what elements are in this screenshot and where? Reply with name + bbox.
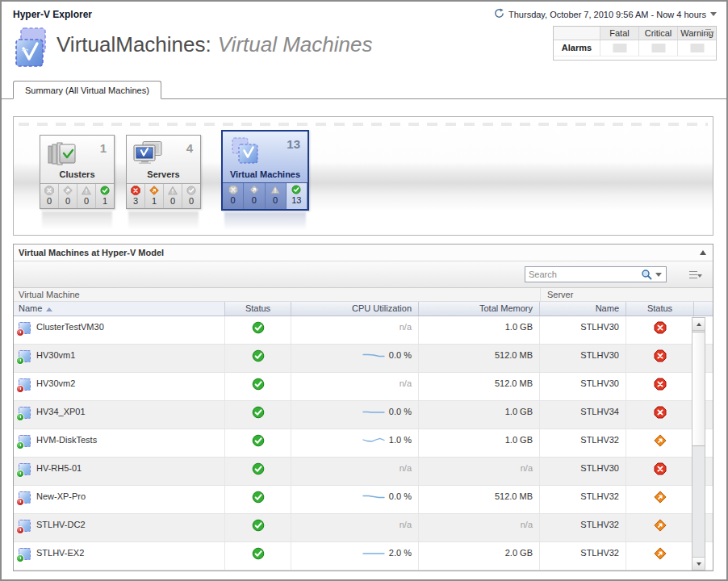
server-status-cell	[626, 373, 694, 400]
table-row[interactable]: STLHV-DC2n/an/aSTLHV32	[14, 514, 713, 542]
table-row[interactable]: HV30vm10.0 %512.0 MBSTLHV30	[14, 345, 713, 373]
server-status-cell	[626, 542, 694, 570]
vm-name-cell: STLHV-EX2	[14, 542, 225, 570]
vm-icon	[19, 548, 31, 560]
panel-collapse-icon[interactable]	[700, 250, 706, 255]
table-row[interactable]: HV34_XP010.0 %1.0 GBSTLHV34	[14, 401, 713, 429]
alarms-fatal-cell[interactable]	[600, 40, 638, 56]
normal-status-icon	[252, 491, 265, 504]
fatal-status-icon	[654, 321, 667, 334]
cpu-value: 0.0 %	[389, 350, 412, 360]
column-header-total-memory[interactable]: Total Memory	[419, 302, 540, 316]
tile-status-count: 3	[127, 196, 144, 206]
tile-virtual-machines[interactable]: 13Virtual Machines00013	[221, 130, 309, 211]
total-memory-cell: n/a	[419, 514, 540, 541]
alarms-table-menu-icon[interactable]	[705, 28, 714, 36]
tile-status-warning[interactable]: 0	[164, 184, 182, 208]
column-header-vm-status[interactable]: Status	[225, 302, 291, 316]
server-status-cell	[626, 316, 694, 344]
tile-status-normal[interactable]: 1	[96, 184, 114, 208]
vm-power-on-badge	[16, 357, 24, 365]
tile-status-fatal[interactable]: 0	[223, 183, 244, 209]
tile-status-normal[interactable]: 13	[287, 183, 308, 209]
virtual-machines-icon	[11, 26, 55, 73]
cpu-sparkline	[362, 408, 386, 416]
cpu-utilization-cell: n/a	[291, 458, 419, 485]
tile-status-strip: 00013	[223, 182, 308, 209]
tile-status-critical[interactable]: 0	[59, 184, 77, 208]
vm-power-off-badge	[16, 526, 24, 534]
search-icon	[641, 269, 653, 280]
vm-status-cell	[225, 429, 291, 457]
column-picker-icon[interactable]	[689, 270, 702, 280]
tile-status-count: 0	[77, 196, 95, 206]
table-row[interactable]: HV-RH5-01n/an/aSTLHV30	[14, 458, 713, 486]
alarms-critical-cell[interactable]	[638, 40, 677, 56]
arrow-down-icon	[697, 562, 701, 566]
search-button[interactable]	[639, 269, 666, 280]
normal-status-icon	[252, 378, 265, 391]
tile-status-normal[interactable]: 0	[182, 184, 200, 208]
fatal-status-icon	[654, 378, 667, 391]
tab-summary-all-virtual-machines[interactable]: Summary (All Virtual Machines)	[13, 81, 161, 99]
alarms-col-critical: Critical	[638, 27, 677, 40]
table-row[interactable]: New-XP-Pro0.0 %512.0 MBSTLHV32	[14, 486, 713, 514]
vm-icon	[19, 463, 31, 475]
vm-icon	[19, 491, 31, 504]
table-row[interactable]: STLHV-EX22.0 %2.0 GBSTLHV32	[14, 542, 713, 571]
column-header-cpu-utilization[interactable]: CPU Utilization	[291, 302, 419, 316]
normal-status-icon	[252, 434, 265, 447]
vm-name: HVM-DiskTests	[36, 435, 97, 445]
tile-label: Virtual Machines	[223, 169, 308, 179]
vm-name: STLHV-DC2	[36, 520, 86, 529]
column-header-vm-name[interactable]: Name	[14, 302, 225, 316]
search-input[interactable]	[525, 268, 639, 281]
time-range-selector[interactable]: Thursday, October 7, 2010 9:56 AM - Now …	[494, 8, 717, 20]
table-row[interactable]: HVM-DiskTests1.0 %1.0 GBSTLHV32	[14, 429, 713, 458]
vm-name-cell: HVM-DiskTests	[14, 429, 225, 457]
total-memory-cell: 512.0 MB	[419, 486, 540, 513]
tile-clusters[interactable]: 1Clusters0001	[40, 135, 115, 209]
server-name-cell: STLHV32	[540, 542, 626, 570]
top-bar: Hyper-V Explorer Thursday, October 7, 20…	[2, 2, 726, 23]
vm-status-cell	[225, 373, 291, 400]
cpu-value: n/a	[400, 520, 412, 529]
table-row[interactable]: HV30vm2n/a512.0 MBSTLHV30	[14, 373, 713, 401]
tile-status-fatal[interactable]: 3	[127, 184, 145, 208]
vm-name: HV34_XP01	[36, 407, 86, 416]
alarms-row-label: Alarms	[554, 40, 600, 56]
vm-name: ClusterTestVM30	[36, 322, 104, 332]
tile-status-critical[interactable]: 1	[145, 184, 164, 208]
cpu-utilization-cell: 0.0 %	[291, 486, 419, 513]
normal-status-icon	[291, 185, 301, 194]
vm-name: HV30vm2	[36, 378, 75, 388]
fatal-status-icon	[228, 185, 238, 194]
vertical-scrollbar[interactable]	[692, 317, 705, 571]
tile-status-fatal[interactable]: 0	[40, 184, 59, 208]
server-status-cell	[626, 429, 694, 457]
vm-power-off-badge	[16, 328, 24, 336]
vm-name-cell: HV30vm1	[14, 345, 225, 372]
tile-status-warning[interactable]: 0	[266, 183, 287, 209]
column-header-server-name[interactable]: Name	[540, 302, 626, 316]
scroll-down-button[interactable]	[692, 557, 705, 570]
tile-status-warning[interactable]: 0	[77, 184, 96, 208]
tile-status-count: 0	[182, 196, 200, 206]
total-memory-cell: 512.0 MB	[419, 345, 540, 372]
vm-icon	[19, 407, 31, 419]
server-name-cell: STLHV32	[540, 486, 626, 513]
vm-status-cell	[225, 486, 291, 513]
fatal-status-icon	[131, 186, 140, 195]
vm-icon	[19, 378, 31, 391]
tile-status-count: 0	[164, 196, 182, 206]
scroll-up-button[interactable]	[692, 318, 705, 331]
tile-servers[interactable]: 4Servers3100	[126, 135, 201, 209]
tile-status-critical[interactable]: 0	[244, 183, 265, 209]
column-header-server-status[interactable]: Status	[626, 302, 694, 316]
table-row[interactable]: ClusterTestVM30n/a1.0 GBSTLHV30	[14, 316, 713, 345]
tile-status-count: 1	[96, 196, 114, 206]
normal-status-icon	[252, 547, 265, 560]
chevron-down-icon	[710, 12, 717, 16]
alarms-warning-cell[interactable]	[677, 40, 716, 56]
scrollbar-thumb[interactable]	[692, 332, 705, 446]
